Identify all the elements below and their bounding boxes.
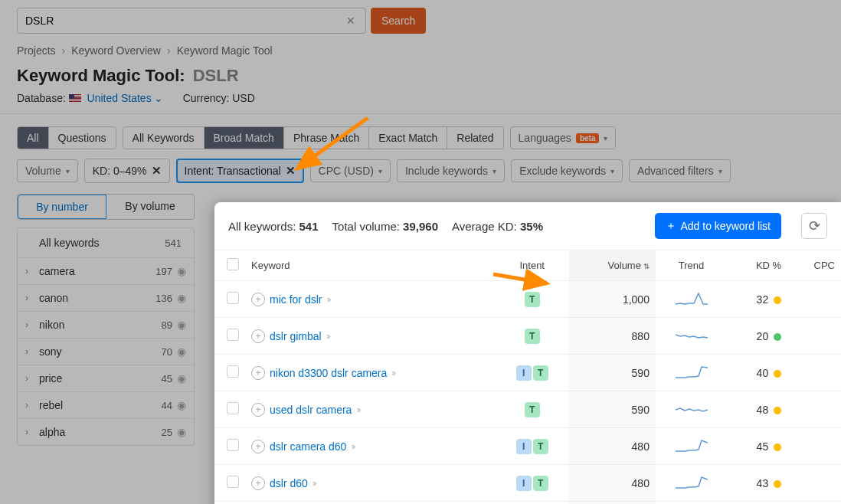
tab-all-keywords[interactable]: All Keywords [123,127,205,149]
add-keyword-icon[interactable]: + [251,476,265,490]
keyword-cell[interactable]: +dslr d60›› [245,465,496,502]
row-checkbox[interactable] [227,292,239,304]
tab-questions[interactable]: Questions [49,127,116,149]
row-checkbox[interactable] [227,329,239,341]
expand-icon[interactable]: ›› [326,331,329,342]
volume-cell: 880 [569,318,656,355]
cpc-cell [787,428,841,465]
col-keyword[interactable]: Keyword [245,250,496,281]
sidebar-item-camera[interactable]: ›camera197◉ [18,258,194,285]
row-checkbox[interactable] [227,365,239,378]
clear-icon[interactable]: × [343,13,358,29]
sidebar-item-canon[interactable]: ›canon136◉ [18,285,194,312]
add-keyword-icon[interactable]: + [251,293,265,306]
tab-related[interactable]: Related [447,127,502,149]
tab-exact-match[interactable]: Exact Match [369,127,447,149]
kd-filter[interactable]: KD: 0–49%✕ [84,159,170,183]
col-cpc[interactable]: CPC [787,250,841,281]
keyword-cell[interactable]: +nikon d3300 dslr camera›› [245,355,496,391]
crumb-projects[interactable]: Projects [17,44,56,57]
eye-icon[interactable]: ◉ [177,265,186,277]
search-button[interactable]: Search [371,8,426,34]
database-selector[interactable]: Database: United States⌄ [17,92,163,104]
eye-icon[interactable]: ◉ [177,345,186,358]
search-box[interactable]: × [17,8,366,34]
keyword-cell[interactable]: +dslr camera bags›› [245,502,496,505]
exclude-keywords-filter[interactable]: Exclude keywords▾ [511,159,623,182]
volume-filter[interactable]: Volume▾ [17,159,78,182]
expand-icon[interactable]: ›› [326,294,329,305]
include-keywords-filter[interactable]: Include keywords▾ [397,159,505,182]
beta-badge: beta [576,133,600,143]
crumb-overview[interactable]: Keyword Overview [71,44,161,57]
chevron-right-icon: › [25,373,33,384]
close-icon[interactable]: ✕ [286,164,296,178]
crumb-current: Keyword Magic Tool [177,44,273,57]
add-keyword-icon[interactable]: + [251,440,265,453]
keyword-cell[interactable]: +mic for dslr›› [245,281,496,318]
eye-icon[interactable]: ◉ [177,292,186,304]
keyword-cell[interactable]: +dslr camera d60›› [245,428,496,465]
sidebar-item-all[interactable]: ›All keywords541 [18,228,194,258]
kd-cell: 45 [727,428,787,465]
trend-cell [656,465,727,502]
trend-cell [656,281,727,318]
tab-by-number[interactable]: By number [18,195,106,219]
close-icon[interactable]: ✕ [152,164,162,178]
col-volume[interactable]: Volume⇅ [569,250,656,281]
cpc-cell [787,391,841,428]
export-button[interactable]: ⟳ [801,213,827,239]
chevron-right-icon: › [25,319,33,330]
tab-all[interactable]: All [18,127,49,149]
tab-by-volume[interactable]: By volume [106,195,194,219]
intent-cell: IT [496,428,569,465]
intent-cell: T [496,502,569,505]
advanced-filters[interactable]: Advanced filters▾ [629,159,731,182]
keyword-cell[interactable]: +dslr gimbal›› [245,318,496,355]
eye-icon[interactable]: ◉ [177,319,186,331]
sidebar-item-alpha[interactable]: ›alpha25◉ [18,419,194,445]
row-checkbox[interactable] [227,402,239,414]
sidebar-sort-tabs: By number By volume [17,194,195,220]
expand-icon[interactable]: ›› [351,441,354,452]
cpc-filter[interactable]: CPC (USD)▾ [310,159,391,182]
chevron-right-icon: › [25,293,33,303]
add-keyword-icon[interactable]: + [251,329,265,343]
plus-icon: ＋ [666,219,676,233]
expand-icon[interactable]: ›› [313,478,316,489]
row-checkbox[interactable] [227,476,239,488]
chevron-right-icon: › [62,44,66,57]
add-keyword-icon[interactable]: + [251,403,265,417]
flag-us-icon [69,94,81,103]
row-checkbox[interactable] [227,439,239,451]
sidebar-item-price[interactable]: ›price45◉ [18,365,194,392]
chevron-down-icon: ▾ [718,167,722,175]
languages-dropdown[interactable]: Languages beta ▾ [510,126,617,149]
breadcrumb: Projects › Keyword Overview › Keyword Ma… [0,40,841,61]
kd-cell: 20 [727,318,787,355]
table-row: +used dslr camera›› T 590 48 [214,391,841,428]
sidebar-item-sony[interactable]: ›sony70◉ [18,339,194,365]
tab-phrase-match[interactable]: Phrase Match [284,127,369,149]
add-to-keyword-list-button[interactable]: ＋Add to keyword list [655,213,782,239]
col-kd[interactable]: KD % [727,250,787,281]
col-intent[interactable]: Intent [496,250,569,281]
expand-icon[interactable]: ›› [356,404,359,415]
tab-broad-match[interactable]: Broad Match [205,127,284,149]
intent-badge-t: T [533,476,548,491]
search-input[interactable] [25,15,343,27]
eye-icon[interactable]: ◉ [177,399,186,411]
sidebar-item-nikon[interactable]: ›nikon89◉ [18,312,194,339]
intent-badge-i: I [516,476,532,491]
select-all-checkbox[interactable] [227,258,239,270]
keyword-cell[interactable]: +used dslr camera›› [245,391,496,428]
intent-filter[interactable]: Intent: Transactional✕ [176,159,304,183]
eye-icon[interactable]: ◉ [177,372,186,385]
eye-icon[interactable]: ◉ [177,426,186,438]
sidebar-item-rebel[interactable]: ›rebel44◉ [18,392,194,419]
expand-icon[interactable]: ›› [391,368,394,378]
add-keyword-icon[interactable]: + [251,366,265,380]
table-row: +dslr gimbal›› T 880 20 [214,318,841,355]
intent-badge-t: T [525,329,540,344]
col-trend[interactable]: Trend [656,250,727,281]
